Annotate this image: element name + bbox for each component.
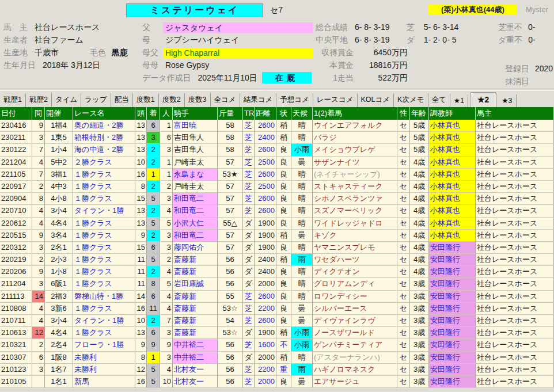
birthplace-label: 生産地: [3, 48, 28, 57]
cell-finish: 2: [147, 315, 160, 326]
table-row[interactable]: 23021131東5箱根特別・2勝1336吉田隼人58芝2400稍晴バラジセ5歳…: [0, 132, 554, 144]
cell-popularity: 4: [160, 266, 173, 277]
tab-度数3[interactable]: 度数3: [185, 93, 211, 107]
turf-heavy-value: 0-: [528, 22, 535, 32]
column-header-11[interactable]: 状: [276, 107, 291, 120]
table-row[interactable]: 21120436阪1１勝クラス1185岩田康誠56ダ2000良晴グロリアムンディ…: [0, 278, 554, 290]
cell-popularity: 9: [160, 339, 173, 351]
table-row[interactable]: 21032122名4フローラ・1勝999中井裕二56芝1600不小雨ゲンパチミー…: [0, 339, 554, 351]
cell-track: ダ: [243, 230, 255, 241]
tab-タイム[interactable]: タイム: [52, 93, 81, 107]
column-header-7[interactable]: 騎手: [173, 107, 218, 120]
tab-予想コメ[interactable]: 予想コメ: [276, 93, 313, 107]
tab-度数2[interactable]: 度数2: [159, 93, 185, 107]
table-row[interactable]: 23041691福4奥の細道・2勝1361富田暁58芝2600稍晴ウインエアフォ…: [0, 120, 554, 132]
cell-interval: 4: [32, 157, 45, 168]
tab-ラップ[interactable]: ラップ: [81, 93, 111, 107]
cell-sex: セ: [397, 169, 410, 180]
cell-age: 4歳: [410, 193, 429, 204]
tab-戦歴2[interactable]: 戦歴2: [26, 93, 52, 107]
tab-全コメ[interactable]: 全コメ: [211, 93, 240, 107]
column-header-17[interactable]: 馬主: [476, 107, 554, 120]
column-header-0[interactable]: 日付: [0, 107, 32, 120]
table-row[interactable]: 21080843新6１勝クラス16114斎藤新53☆芝2200良曇シルバーエース…: [0, 303, 554, 315]
column-header-16[interactable]: 調教師: [429, 107, 476, 120]
table-row[interactable]: 21071143小4タイラン・1勝1027斎藤新54芝2600良曇ディヴァインラ…: [0, 315, 554, 327]
cell-track: 芝: [243, 157, 255, 168]
cell-sex: セ: [397, 278, 410, 290]
table-row[interactable]: 22090484小8１勝クラス1553和田竜二57芝2600良晴シホノスペランツ…: [0, 193, 554, 205]
horse-name-box: ミステリーウェイ: [126, 3, 263, 17]
cell-weight: 53☆: [218, 327, 243, 338]
table-row[interactable]: 22021922小3１勝クラス1152斎藤新56ダ2400稍雨ワセダハーツセ4歳…: [0, 254, 554, 266]
cell-age: 3歳: [410, 315, 429, 326]
cell-sex: セ: [397, 303, 410, 314]
cell-weather: 曇: [291, 303, 313, 314]
cell-popularity: 4: [160, 205, 173, 216]
table-row[interactable]: 22061244名4１勝クラス1355小沢大仁55△ダ1900良晴ワイドレッジャ…: [0, 218, 554, 230]
table-row[interactable]: 22071043小4タイラン・1勝1324和田竜二57芝2600良晴スズノマーベ…: [0, 205, 554, 217]
table-row[interactable]: 22051593名4１勝クラス923和田竜二57ダ1900稍曇キゾクセ4歳小林真…: [0, 230, 554, 242]
cell-heads: 11: [135, 278, 147, 290]
cell-age: 3歳: [410, 327, 429, 338]
tab-★2[interactable]: ★2: [470, 92, 496, 108]
table-row[interactable]: 2101051名1新馬16510北村友一56芝2000良曇エアサージュセ3歳安田…: [0, 376, 554, 388]
table-row[interactable]: 210613124名4１勝クラス1363斎藤新53☆ダ1900稍小雨ノースザワー…: [0, 327, 554, 339]
tab-配当[interactable]: 配当: [111, 93, 133, 107]
column-header-2[interactable]: 開催: [45, 107, 73, 120]
cell-winner-horse: ゲンパチミーティア: [313, 339, 397, 351]
tab-度数1[interactable]: 度数1: [133, 93, 159, 107]
column-header-4[interactable]: 頭: [135, 107, 147, 120]
cell-weather: 小雨: [291, 144, 313, 155]
table-row[interactable]: 22020691小8１勝クラス1124斎藤新56ダ2400良晴ディクテオンセ4歳…: [0, 266, 554, 278]
cell-weight: 58: [218, 144, 243, 155]
tab-全て[interactable]: 全て: [428, 93, 450, 107]
tab-レースコメ[interactable]: レースコメ: [313, 93, 358, 107]
cell-weather: 晴: [291, 181, 313, 192]
birthdate-value: 2018年 3月12日: [43, 60, 100, 70]
tab-K次メモ[interactable]: K次メモ: [394, 93, 428, 107]
tab-KOLコメ[interactable]: KOLコメ: [358, 93, 394, 107]
table-row[interactable]: 22091724中3１勝クラス822戸崎圭太57芝2500良晴ストキャスティーク…: [0, 181, 554, 193]
cell-distance: 2500: [255, 157, 276, 168]
tab-戦歴1[interactable]: 戦歴1: [0, 93, 26, 107]
table-row[interactable]: 21030761阪8未勝利813中井裕二56ダ2000稍晴(アスターナランハ)セ…: [0, 352, 554, 364]
table-row[interactable]: 22120445中2２勝クラス1021戸崎圭太57芝2500良曇サザンナイツセ4…: [0, 157, 554, 169]
cell-race-name: １勝クラス: [73, 181, 135, 192]
cell-meeting: 2小3: [45, 254, 73, 265]
column-header-12[interactable]: 天候: [291, 107, 313, 120]
cell-track: 芝: [243, 291, 255, 302]
tab-★3[interactable]: ★3: [498, 94, 516, 107]
column-header-9[interactable]: TR: [243, 107, 255, 120]
table-row[interactable]: 22031232名1１勝クラス1563藤岡佑介57ダ1900良晴ヤマニンスプレモ…: [0, 242, 554, 254]
cell-winner-horse: ストキャスティーク: [313, 181, 397, 192]
cell-owner: 社台レースホース: [476, 278, 554, 290]
cell-finish: 9: [147, 339, 160, 351]
table-row[interactable]: 22110573福1１勝クラス1611永島まな53★芝2600良晴(ネイチャーシ…: [0, 169, 554, 181]
table-row[interactable]: 21012331名7未勝利1254北村友一56芝2200重雨ハギノロマネスクセ3…: [0, 364, 554, 376]
cell-date: 220515: [0, 230, 32, 241]
cell-date: 221204: [0, 157, 32, 168]
column-header-14[interactable]: 性: [397, 107, 410, 120]
cell-weight: 56: [218, 376, 243, 387]
cell-weather: 晴: [291, 218, 313, 229]
cell-popularity: 3: [160, 327, 173, 338]
overall-record-label: 総合成績: [316, 21, 352, 33]
column-header-5[interactable]: 着: [147, 107, 160, 120]
column-header-6[interactable]: 人: [160, 107, 173, 120]
cell-jockey: 小沢大仁: [173, 218, 218, 229]
cell-weight: 57: [218, 157, 243, 168]
cell-popularity: 3: [160, 242, 173, 253]
table-row[interactable]: 23012271小4海の中道・2勝1323吉田隼人58芝2600良小雨メイショウ…: [0, 144, 554, 156]
column-header-8[interactable]: 斤量: [218, 107, 243, 120]
column-header-3[interactable]: レース名: [73, 107, 135, 120]
table-row[interactable]: 211113142福3磐梯山特・1勝1464斎藤新55芝2600良晴ロワンディシ…: [0, 291, 554, 303]
column-header-10[interactable]: 距離: [255, 107, 276, 120]
cell-meeting: 3名4: [45, 230, 73, 241]
column-header-1[interactable]: 間: [32, 107, 45, 120]
column-header-13[interactable]: 1(2)着馬: [313, 107, 397, 120]
column-header-15[interactable]: 年齢: [410, 107, 429, 120]
tab-結果コメ[interactable]: 結果コメ: [240, 93, 277, 107]
cell-race-name: 未勝利: [73, 364, 135, 375]
tab-★1[interactable]: ★1: [450, 94, 468, 107]
